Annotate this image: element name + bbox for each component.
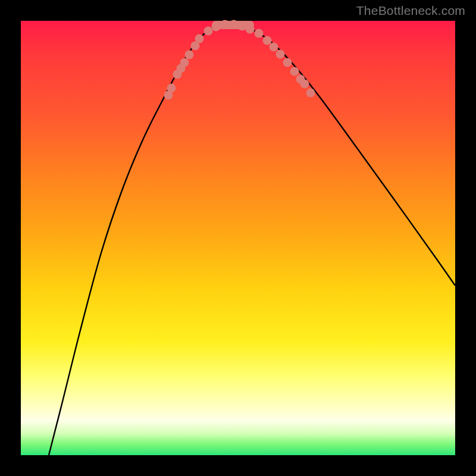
data-marker (238, 22, 247, 31)
data-marker (306, 89, 315, 98)
data-marker (255, 29, 264, 38)
data-marker (185, 51, 194, 60)
data-marker (212, 23, 221, 32)
data-marker (300, 80, 309, 89)
data-marker (283, 58, 292, 67)
data-marker (246, 25, 255, 34)
watermark-label: TheBottleneck.com (356, 4, 465, 18)
data-marker (167, 84, 176, 93)
curve-markers (164, 20, 315, 100)
data-marker (263, 36, 272, 45)
plot-area (21, 21, 455, 455)
data-marker (276, 50, 285, 59)
data-marker (180, 58, 189, 67)
data-marker (204, 27, 213, 36)
bottleneck-curve (49, 23, 455, 455)
data-marker (195, 35, 204, 43)
data-marker (230, 20, 239, 29)
curve-svg (21, 21, 455, 455)
chart-frame: TheBottleneck.com (0, 0, 476, 476)
data-marker (270, 43, 278, 52)
data-marker (221, 20, 230, 29)
data-marker (290, 67, 299, 76)
